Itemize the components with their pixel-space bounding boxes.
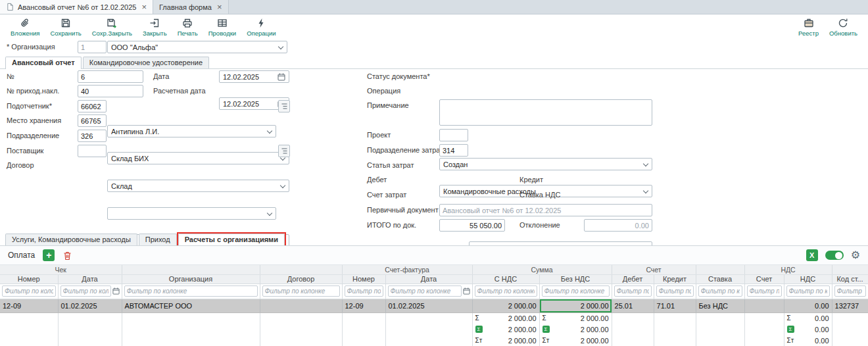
- column-header-rate[interactable]: Ставка: [696, 274, 744, 284]
- column-header-vat-account[interactable]: Счет: [744, 274, 784, 284]
- cell-check-date[interactable]: 01.02.2025: [58, 299, 122, 312]
- supplier-hierarchy-button[interactable]: [278, 145, 290, 157]
- column-header-vat[interactable]: НДС: [784, 274, 832, 284]
- save-close-button[interactable]: Сохр.Закрыть: [87, 16, 137, 37]
- column-header-invoice-date[interactable]: Дата: [385, 274, 472, 284]
- column-header-credit[interactable]: Кредит: [654, 274, 696, 284]
- accountable-select[interactable]: Антипина Л.И.: [107, 125, 276, 137]
- export-excel-button[interactable]: X: [806, 249, 818, 261]
- cell-check-number[interactable]: 12-09: [0, 299, 58, 312]
- accountable-hierarchy-button[interactable]: [278, 100, 290, 112]
- column-header-without-vat[interactable]: Без НДС: [539, 274, 612, 284]
- column-header-with-vat[interactable]: С НДС: [472, 274, 539, 284]
- add-row-button[interactable]: +: [43, 249, 55, 261]
- column-header-check-number[interactable]: Номер: [0, 274, 58, 284]
- department-value: Склад: [111, 182, 132, 190]
- cell-without-vat-focused[interactable]: 2 000.00: [539, 299, 612, 312]
- cell-invoice-date[interactable]: 01.02.2025: [385, 299, 472, 312]
- window-tab-main-form[interactable]: Главная форма ×: [153, 0, 228, 14]
- cell-debit[interactable]: 25.01: [612, 299, 654, 312]
- grid-total-row-sum: Σ2 000.00 Σ2 000.00 Σ0.00: [0, 312, 868, 324]
- tab-settlements-with-organizations[interactable]: Расчеты с организациями: [178, 234, 285, 246]
- tab-travel-certificate[interactable]: Командировочное удостоверение: [83, 57, 209, 68]
- department-code-input[interactable]: [78, 130, 107, 142]
- delete-row-button[interactable]: [61, 249, 73, 261]
- cost-department-code-input[interactable]: [439, 144, 468, 157]
- filter-vat-input[interactable]: [786, 285, 830, 297]
- cell-organization[interactable]: АВТОМАСТЕР ООО: [122, 299, 260, 312]
- filter-with-vat-input[interactable]: [475, 285, 537, 297]
- filter-without-vat-input[interactable]: [542, 285, 610, 297]
- print-button[interactable]: Печать: [172, 16, 203, 37]
- supplier-code-input[interactable]: [78, 145, 107, 157]
- filter-debit-input[interactable]: [614, 285, 652, 297]
- accountable-code-input[interactable]: [78, 100, 107, 112]
- registry-button[interactable]: Реестр: [793, 16, 824, 37]
- supplier-select[interactable]: [107, 207, 276, 220]
- storage-select[interactable]: Склад БИХ: [107, 152, 289, 164]
- debit-label: Дебет: [367, 174, 387, 186]
- cell-vat-account[interactable]: [744, 299, 784, 312]
- income-invoice-input[interactable]: [78, 85, 143, 97]
- accountable-label: Подотчетник*: [7, 100, 52, 112]
- filter-rate-input[interactable]: [698, 285, 742, 297]
- filter-invoice-number-input[interactable]: [345, 285, 383, 297]
- organization-value: ООО "Альфа": [111, 43, 158, 51]
- form-area: № Дата 12.02.2025 № приход.накл. Расчетн…: [0, 68, 868, 232]
- operations-button[interactable]: Операции: [241, 16, 281, 37]
- primary-doc-input: [439, 204, 652, 216]
- filter-cost-code-input[interactable]: [834, 285, 866, 297]
- filter-vat-account-input[interactable]: [747, 285, 782, 297]
- date-input[interactable]: 12.02.2025: [219, 70, 289, 83]
- filter-check-number-input[interactable]: [2, 285, 56, 297]
- filter-invoice-date-input[interactable]: [388, 285, 462, 297]
- column-header-invoice-number[interactable]: Номер: [342, 274, 385, 284]
- settlement-date-value: 12.02.2025: [223, 100, 259, 108]
- cell-with-vat[interactable]: 2 000.00: [472, 299, 539, 312]
- postings-button[interactable]: Проводки: [203, 16, 241, 37]
- ledger-icon: [216, 17, 228, 29]
- filter-contract-input[interactable]: [262, 285, 340, 297]
- attachments-button[interactable]: Вложения: [5, 16, 45, 37]
- sigma-selected-icon: Σ: [542, 326, 550, 333]
- close-tab-icon[interactable]: ×: [141, 3, 147, 11]
- refresh-button[interactable]: Обновить: [824, 16, 863, 37]
- note-textarea[interactable]: [439, 99, 652, 126]
- close-button[interactable]: Закрыть: [137, 16, 172, 37]
- column-header-contract[interactable]: Договор: [260, 274, 342, 284]
- project-code-input[interactable]: [439, 129, 468, 141]
- organization-code-input[interactable]: [78, 41, 107, 53]
- filter-toggle[interactable]: [825, 251, 844, 260]
- cell-vat[interactable]: 0.00: [784, 299, 832, 312]
- tab-advance-report[interactable]: Авансовый отчет: [5, 57, 82, 69]
- cell-cost-code[interactable]: 132737: [832, 299, 868, 312]
- window-tab-advance-report[interactable]: Авансовый отчет №6 от 12.02.2025 ×: [0, 0, 153, 14]
- gear-icon[interactable]: ⚙: [851, 250, 860, 260]
- filter-credit-input[interactable]: [656, 285, 694, 297]
- deviation-input: [584, 219, 652, 232]
- department-select[interactable]: Склад: [107, 180, 289, 192]
- tab-services-travel-expenses[interactable]: Услуги, Командировочные расходы: [5, 234, 137, 245]
- number-label: №: [7, 70, 14, 83]
- column-header-organization[interactable]: Организация: [122, 274, 260, 284]
- cell-rate[interactable]: Без НДС: [696, 299, 744, 312]
- organization-select[interactable]: ООО "Альфа": [107, 41, 287, 53]
- filter-check-date-input[interactable]: [60, 285, 111, 297]
- contract-label: Договор: [7, 159, 34, 172]
- column-header-cost-code[interactable]: Код ст...: [832, 274, 868, 284]
- cell-contract[interactable]: [260, 299, 342, 312]
- close-tab-icon[interactable]: ×: [217, 3, 222, 11]
- total-input[interactable]: [439, 219, 505, 232]
- total-with-vat: 2 000.00: [508, 326, 537, 334]
- column-header-check-date[interactable]: Дата: [58, 274, 122, 284]
- column-header-debit[interactable]: Дебет: [612, 274, 654, 284]
- cell-invoice-number[interactable]: 12-09: [342, 299, 385, 312]
- status-select[interactable]: Создан: [439, 158, 652, 170]
- tab-income[interactable]: Приход: [139, 234, 177, 245]
- number-input[interactable]: [78, 70, 143, 83]
- save-button[interactable]: Сохранить: [45, 16, 87, 37]
- filter-organization-input[interactable]: [124, 285, 258, 297]
- storage-code-input[interactable]: [78, 114, 107, 127]
- grid-data-row-selected[interactable]: 12-09 01.02.2025 АВТОМАСТЕР ООО 12-09 01…: [0, 299, 868, 312]
- cell-credit[interactable]: 71.01: [654, 299, 696, 312]
